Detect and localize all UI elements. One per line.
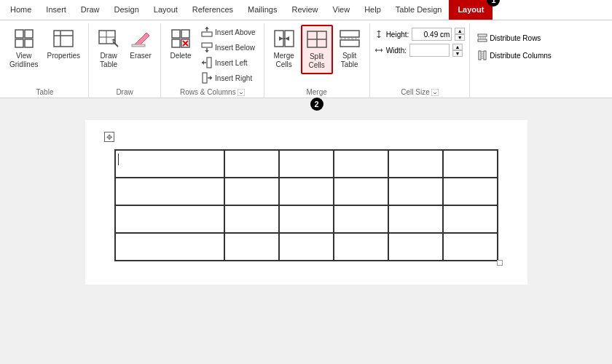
- width-label: Width:: [386, 47, 407, 55]
- table-cell[interactable]: [224, 205, 279, 233]
- table-cell[interactable]: [224, 233, 279, 261]
- tab-view[interactable]: View: [326, 0, 358, 20]
- tab-insert[interactable]: Insert: [39, 0, 74, 20]
- table-cell[interactable]: [443, 205, 498, 233]
- table-cell[interactable]: [443, 233, 498, 261]
- table-cell[interactable]: [388, 178, 443, 205]
- group-rows-columns: Delete Insert Above: [162, 23, 264, 98]
- table-cell[interactable]: [279, 233, 334, 261]
- width-decrement[interactable]: ▼: [452, 50, 463, 57]
- table-cell[interactable]: [388, 233, 443, 261]
- table-resize-handle[interactable]: [497, 260, 503, 266]
- group-table-content: ViewGridlines Properties: [6, 25, 84, 85]
- split-cells-button[interactable]: SplitCells: [301, 25, 333, 74]
- insert-below-label: Insert Below: [215, 44, 255, 52]
- svg-rect-52: [478, 34, 487, 36]
- table-row: [115, 205, 498, 233]
- table-cell[interactable]: [115, 150, 224, 178]
- tab-layout[interactable]: Layout: [146, 0, 185, 20]
- properties-icon: [52, 27, 75, 50]
- width-increment[interactable]: ▲: [452, 44, 463, 50]
- svg-rect-30: [203, 73, 207, 83]
- height-label: Height:: [386, 31, 409, 39]
- properties-button[interactable]: Properties: [43, 25, 84, 74]
- insert-left-icon: [201, 57, 213, 68]
- table-row: [115, 150, 498, 178]
- insert-right-button[interactable]: Insert Right: [197, 71, 259, 85]
- ribbon: ViewGridlines Properties Table: [0, 20, 612, 98]
- tab-table-design[interactable]: Table Design: [388, 0, 450, 20]
- svg-rect-51: [431, 89, 439, 96]
- table-row: [115, 178, 498, 205]
- svg-marker-37: [279, 36, 283, 41]
- table-cell[interactable]: [443, 150, 498, 178]
- tab-design[interactable]: Design: [107, 0, 146, 20]
- table-cell[interactable]: [334, 233, 388, 261]
- document-page: ✥: [85, 120, 527, 285]
- split-table-button[interactable]: SplitTable: [334, 25, 365, 74]
- eraser-label: Eraser: [130, 52, 151, 60]
- height-input[interactable]: [412, 28, 452, 41]
- callout-2: 2: [310, 98, 323, 111]
- tab-references[interactable]: References: [185, 0, 240, 20]
- group-table-label: Table: [6, 87, 84, 96]
- tab-bar: Home Insert Draw Design Layout Reference…: [0, 0, 612, 20]
- table-cell[interactable]: [279, 150, 334, 178]
- svg-marker-23: [205, 27, 209, 29]
- table-cell[interactable]: [334, 205, 388, 233]
- table-cell[interactable]: [279, 205, 334, 233]
- tab-draw[interactable]: Draw: [74, 0, 107, 20]
- rows-columns-expand-icon[interactable]: [238, 89, 245, 96]
- svg-rect-3: [25, 39, 33, 47]
- merge-cells-button[interactable]: MergeCells: [269, 25, 299, 74]
- view-gridlines-label: ViewGridlines: [9, 52, 38, 69]
- table-cell[interactable]: [388, 150, 443, 178]
- tab-review[interactable]: Review: [284, 0, 325, 20]
- tab-table-layout[interactable]: Layout 1: [449, 0, 493, 20]
- height-spinner: ▲ ▼: [455, 28, 465, 41]
- svg-rect-17: [172, 39, 180, 47]
- table-cell[interactable]: [443, 178, 498, 205]
- insert-below-button[interactable]: Insert Below: [197, 40, 259, 55]
- tab-help[interactable]: Help: [357, 0, 388, 20]
- merge-cells-label: MergeCells: [273, 52, 294, 69]
- insert-above-button[interactable]: Insert Above: [197, 25, 259, 39]
- split-cells-label: SplitCells: [309, 52, 325, 70]
- insert-left-button[interactable]: Insert Left: [197, 55, 259, 70]
- delete-button[interactable]: Delete: [165, 25, 196, 74]
- properties-label: Properties: [47, 52, 80, 60]
- eraser-button[interactable]: Eraser: [125, 25, 156, 74]
- distribute-rows-button[interactable]: Distribute Rows: [474, 31, 544, 45]
- table-cell[interactable]: [115, 178, 224, 205]
- draw-table-icon: [97, 27, 120, 50]
- group-merge-label: Merge 2: [269, 87, 365, 96]
- draw-table-button[interactable]: DrawTable: [93, 25, 124, 74]
- svg-marker-32: [210, 76, 212, 80]
- svg-marker-46: [377, 31, 381, 32]
- table-cell[interactable]: [334, 150, 388, 178]
- table-move-handle[interactable]: ✥: [104, 132, 114, 142]
- table-cell[interactable]: [115, 233, 224, 261]
- group-distribute: Distribute Rows Distribute Columns: [471, 23, 558, 98]
- tab-home[interactable]: Home: [3, 0, 39, 20]
- view-gridlines-button[interactable]: ViewGridlines: [6, 25, 42, 74]
- distribute-cols-button[interactable]: Distribute Columns: [474, 48, 554, 63]
- table-cell[interactable]: [279, 178, 334, 205]
- table-cell[interactable]: [224, 150, 279, 178]
- table-cell[interactable]: [334, 178, 388, 205]
- delete-label: Delete: [170, 52, 192, 60]
- height-decrement[interactable]: ▼: [455, 34, 465, 41]
- group-distribute-label: [474, 95, 554, 96]
- height-increment[interactable]: ▲: [455, 28, 465, 34]
- split-table-icon: [338, 27, 361, 50]
- cell-size-expand-icon[interactable]: [431, 89, 439, 96]
- table-cell[interactable]: [115, 205, 224, 233]
- svg-marker-49: [375, 48, 377, 52]
- tab-mailings[interactable]: Mailings: [240, 0, 284, 20]
- group-draw-content: DrawTable Eraser: [93, 25, 156, 85]
- svg-rect-15: [172, 30, 180, 38]
- table-cell[interactable]: [224, 178, 279, 205]
- draw-table-label: DrawTable: [100, 52, 117, 69]
- width-input[interactable]: [409, 44, 450, 57]
- table-cell[interactable]: [388, 205, 443, 233]
